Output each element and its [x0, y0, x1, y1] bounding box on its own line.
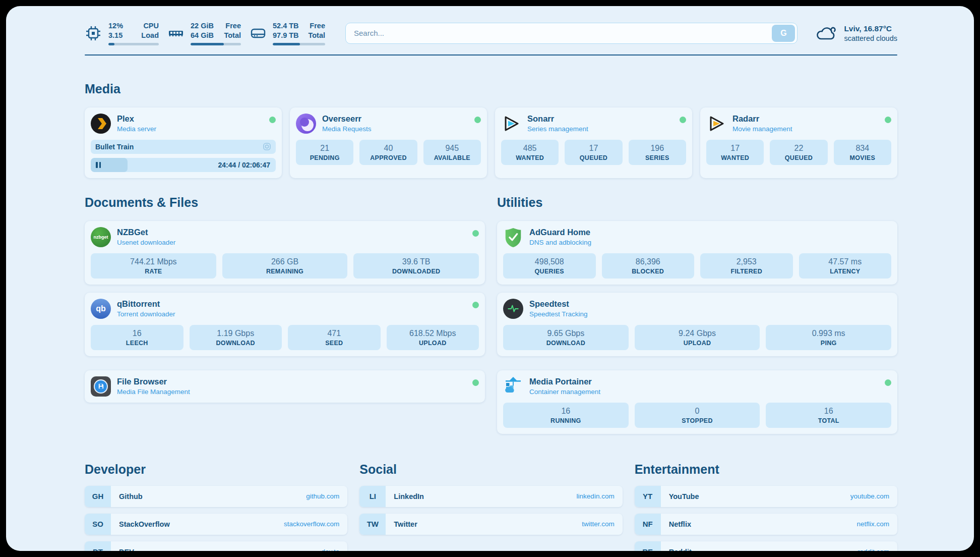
link-row-reddit[interactable]: RE Reddit reddit.com	[635, 541, 897, 551]
link-url: dev.to	[322, 548, 348, 551]
link-tag: RE	[635, 541, 661, 551]
app-card-plex[interactable]: Plex Media server Bullet Train 24:44 / 0…	[85, 107, 282, 178]
utilities-section: Utilities AdGuard Home DNS and adblockin…	[497, 195, 897, 434]
stat-chip: 945AVAILABLE	[423, 140, 481, 165]
stat-chip: 17QUEUED	[565, 140, 622, 165]
media-grid: Plex Media server Bullet Train 24:44 / 0…	[85, 107, 897, 178]
app-card-portainer[interactable]: Media Portainer Container management 16R…	[497, 370, 897, 434]
status-dot	[472, 379, 479, 386]
app-name: File Browser	[117, 377, 466, 386]
status-dot	[885, 379, 891, 386]
disk-icon	[250, 25, 266, 42]
link-url: twitter.com	[582, 520, 623, 528]
cpu-label2: Load	[141, 31, 159, 40]
status-dot	[269, 117, 276, 123]
stat-chip: 9.65 GbpsDOWNLOAD	[503, 325, 629, 350]
stat-chip: 834MOVIES	[834, 140, 891, 165]
section-heading-social: Social	[359, 462, 622, 477]
link-row-dev[interactable]: DT DEV dev.to	[85, 541, 347, 551]
entertainment-links: Entertainment YT YouTube youtube.com NF …	[635, 462, 897, 551]
documents-section: Documents & Files nzbget NZBGet Usenet d…	[85, 195, 485, 403]
app-card-adguard[interactable]: AdGuard Home DNS and adblocking 498,508Q…	[497, 221, 897, 285]
playback-progress: 24:44 / 02:06:47	[91, 158, 276, 172]
playback-time: 24:44 / 02:06:47	[218, 158, 270, 172]
app-card-sonarr[interactable]: Sonarr Series management 485WANTED 17QUE…	[495, 107, 692, 178]
speedtest-icon	[503, 299, 523, 319]
stat-chip: 498,508QUERIES	[503, 253, 596, 278]
pause-icon[interactable]	[96, 162, 101, 168]
search-input[interactable]	[346, 29, 772, 37]
now-playing-title: Bullet Train	[95, 143, 134, 151]
link-row-linkedin[interactable]: LI LinkedIn linkedin.com	[359, 486, 622, 507]
ram-label2: Total	[224, 31, 241, 40]
cloud-icon	[815, 24, 838, 43]
developer-links: Developer GH Github github.com SO StackO…	[85, 462, 347, 551]
overseerr-icon	[296, 114, 316, 134]
plex-icon	[91, 114, 111, 134]
link-tag: NF	[635, 514, 661, 535]
stat-chip: 16RUNNING	[503, 403, 629, 428]
stat-chip: 618.52 MbpsUPLOAD	[387, 325, 479, 350]
stat-chip: 471SEED	[288, 325, 381, 350]
ram-icon	[168, 25, 184, 42]
portainer-icon	[503, 376, 523, 397]
link-url: linkedin.com	[577, 492, 623, 500]
stat-chip: 0.993 msPING	[766, 325, 891, 350]
app-name: Media Portainer	[529, 377, 879, 386]
search-provider-button[interactable]: G	[772, 25, 795, 42]
disk-meter	[273, 43, 325, 45]
social-links: Social LI LinkedIn linkedin.com TW Twitt…	[359, 462, 622, 541]
link-tag: LI	[359, 486, 386, 507]
stat-chip: 22QUEUED	[770, 140, 827, 165]
stat-chip: 86,396BLOCKED	[602, 253, 695, 278]
link-name: LinkedIn	[386, 492, 576, 500]
stat-chip: 1.19 GbpsDOWNLOAD	[190, 325, 282, 350]
stat-chip: 266 GBREMAINING	[222, 253, 348, 278]
app-desc: Media server	[117, 125, 263, 133]
stream-settings-icon[interactable]	[263, 142, 271, 151]
nzbget-icon: nzbget	[91, 227, 111, 247]
link-row-netflix[interactable]: NF Netflix netflix.com	[635, 514, 897, 535]
stat-chip: 39.6 TBDOWNLOADED	[353, 253, 479, 278]
status-dot	[680, 117, 686, 123]
now-playing-row: Bullet Train	[91, 140, 276, 154]
ram-label: Free	[224, 21, 241, 31]
weather-widget: Lviv, 16.87°C scattered clouds	[815, 24, 897, 43]
stat-chip: 196SERIES	[629, 140, 686, 165]
app-desc: DNS and adblocking	[529, 239, 891, 246]
app-card-filebrowser[interactable]: File Browser Media File Management	[85, 370, 485, 403]
qbittorrent-icon: qb	[91, 299, 111, 319]
sonarr-icon	[501, 114, 521, 134]
radarr-icon	[706, 114, 726, 134]
app-card-qbittorrent[interactable]: qb qBittorrent Torrent downloader 16LEEC…	[85, 293, 485, 356]
link-url: github.com	[306, 492, 347, 500]
link-row-youtube[interactable]: YT YouTube youtube.com	[635, 486, 897, 507]
link-tag: SO	[85, 514, 111, 535]
app-name: AdGuard Home	[529, 228, 891, 237]
app-card-overseerr[interactable]: Overseerr Media Requests 21PENDING 40APP…	[290, 107, 487, 178]
app-desc: Media File Management	[117, 388, 466, 396]
ram-stat: 22 GiB64 GiB FreeTotal	[168, 21, 241, 45]
link-tag: TW	[359, 514, 386, 535]
link-row-github[interactable]: GH Github github.com	[85, 486, 347, 507]
link-row-twitter[interactable]: TW Twitter twitter.com	[359, 514, 622, 535]
app-card-nzbget[interactable]: nzbget NZBGet Usenet downloader 744.21 M…	[85, 221, 485, 285]
app-desc: Series management	[527, 125, 673, 133]
app-name: qBittorrent	[117, 299, 466, 309]
link-url: reddit.com	[858, 548, 897, 551]
search-bar: G	[345, 23, 798, 44]
adguard-icon	[503, 227, 523, 247]
section-heading-developer: Developer	[85, 462, 347, 477]
cpu-loadavg: 3.15	[108, 31, 123, 40]
stat-chip: 21PENDING	[296, 140, 353, 165]
link-tag: GH	[85, 486, 111, 507]
stat-chip: 485WANTED	[501, 140, 559, 165]
stat-chip: 40APPROVED	[359, 140, 417, 165]
link-row-stackoverflow[interactable]: SO StackOverflow stackoverflow.com	[85, 514, 347, 535]
disk-total: 97.9 TB	[273, 31, 299, 40]
cpu-meter	[108, 43, 159, 45]
stat-chip: 17WANTED	[706, 140, 764, 165]
app-card-radarr[interactable]: Radarr Movie management 17WANTED 22QUEUE…	[700, 107, 897, 178]
app-card-speedtest[interactable]: Speedtest Speedtest Tracking 9.65 GbpsDO…	[497, 293, 897, 356]
stat-chip: 744.21 MbpsRATE	[91, 253, 216, 278]
